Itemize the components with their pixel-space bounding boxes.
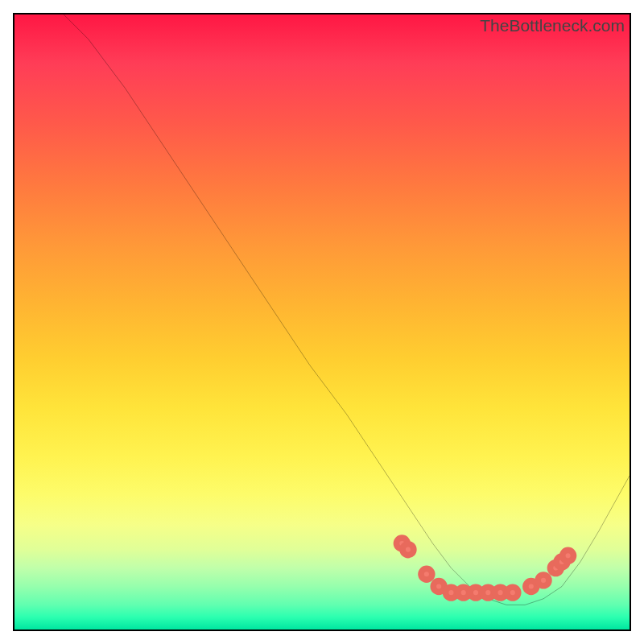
curve-svg [14,14,630,630]
marker-dot [433,581,444,592]
marker-dots [396,538,573,598]
watermark-text: TheBottleneck.com [480,16,625,35]
marker-dot [563,550,574,561]
marker-dot [421,568,432,580]
plot-area: TheBottleneck.com [13,13,631,631]
marker-dot [402,544,414,555]
marker-dot [526,581,537,592]
chart-container: TheBottleneck.com [0,0,644,644]
marker-dot [538,575,549,586]
marker-dot [507,587,518,598]
bottleneck-curve [64,14,630,605]
